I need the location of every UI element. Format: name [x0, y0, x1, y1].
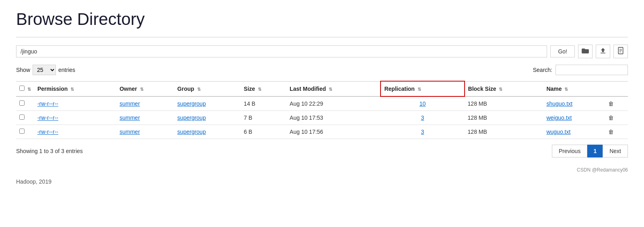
row-last-modified: Aug 10 22:29	[286, 96, 381, 111]
row-checkbox-cell	[16, 111, 34, 125]
directory-table: ⇅ Permission ⇅ Owner ⇅ Group ⇅ Size ⇅ La…	[16, 81, 628, 139]
replication-link[interactable]: 3	[421, 115, 424, 121]
table-row: -rw-r--r-- summer supergroup 6 B Aug 10 …	[16, 125, 628, 139]
row-replication: 3	[381, 125, 464, 139]
row-block-size: 128 MB	[465, 96, 543, 111]
row-delete: 🗑	[605, 96, 628, 111]
table-row: -rw-r--r-- summer supergroup 14 B Aug 10…	[16, 96, 628, 111]
name-link[interactable]: weiguo.txt	[546, 115, 572, 121]
permission-link[interactable]: -rw-r--r--	[37, 100, 58, 107]
search-row: Search:	[533, 65, 628, 75]
row-group: supergroup	[174, 125, 241, 139]
permission-sort-icon[interactable]: ⇅	[70, 87, 74, 92]
previous-button[interactable]: Previous	[552, 145, 587, 157]
row-checkbox-cell	[16, 125, 34, 139]
row-checkbox[interactable]	[19, 129, 25, 134]
col-size: Size ⇅	[241, 81, 286, 96]
svg-rect-0	[601, 53, 605, 53]
row-owner: summer	[116, 125, 174, 139]
select-all-col: ⇅	[16, 81, 34, 96]
row-name: shuguo.txt	[543, 96, 605, 111]
row-size: 14 B	[241, 96, 286, 111]
size-sort-icon[interactable]: ⇅	[258, 87, 261, 92]
row-checkbox-cell	[16, 96, 34, 111]
go-button[interactable]: Go!	[550, 45, 575, 57]
folder-button[interactable]	[578, 45, 593, 58]
col-block-size: Block Size ⇅	[465, 81, 543, 96]
col-replication: Replication ⇅	[381, 81, 464, 96]
delete-icon[interactable]: 🗑	[608, 100, 614, 107]
row-delete: 🗑	[605, 111, 628, 125]
row-owner: summer	[116, 111, 174, 125]
blocksize-sort-icon[interactable]: ⇅	[499, 87, 502, 92]
replication-sort-icon[interactable]: ⇅	[418, 87, 421, 92]
replication-link[interactable]: 3	[421, 129, 424, 135]
col-sort-icon: ⇅	[27, 87, 31, 92]
row-permission: -rw-r--r--	[34, 111, 116, 125]
owner-link[interactable]: summer	[119, 129, 140, 135]
row-replication: 10	[381, 96, 464, 111]
path-input[interactable]	[16, 45, 547, 57]
current-page[interactable]: 1	[587, 145, 603, 157]
owner-sort-icon[interactable]: ⇅	[140, 87, 144, 92]
entries-select[interactable]: 10 25 50 100	[33, 65, 56, 75]
col-group: Group ⇅	[174, 81, 241, 96]
row-permission: -rw-r--r--	[34, 96, 116, 111]
table-header-row: ⇅ Permission ⇅ Owner ⇅ Group ⇅ Size ⇅ La…	[16, 81, 628, 96]
row-checkbox[interactable]	[19, 115, 25, 120]
row-replication: 3	[381, 111, 464, 125]
name-sort-icon[interactable]: ⇅	[564, 87, 568, 92]
name-link[interactable]: wuguo.txt	[546, 129, 570, 135]
search-label: Search:	[533, 67, 552, 73]
row-size: 7 B	[241, 111, 286, 125]
owner-link[interactable]: summer	[119, 100, 140, 107]
permission-link[interactable]: -rw-r--r--	[37, 129, 58, 135]
show-label: Show	[16, 67, 30, 73]
col-name: Name ⇅	[543, 81, 605, 96]
row-block-size: 128 MB	[465, 125, 543, 139]
controls-row: Show 10 25 50 100 entries Search:	[16, 65, 628, 75]
row-group: supergroup	[174, 111, 241, 125]
group-link[interactable]: supergroup	[177, 115, 206, 121]
watermark: CSDN @Redamancy06	[16, 167, 628, 173]
folder-icon	[582, 47, 589, 55]
upload-button[interactable]	[596, 45, 610, 58]
col-owner: Owner ⇅	[116, 81, 174, 96]
row-group: supergroup	[174, 96, 241, 111]
row-name: wuguo.txt	[543, 125, 605, 139]
hadoop-label: Hadoop, 2019	[16, 178, 628, 185]
next-button[interactable]: Next	[603, 145, 628, 157]
row-owner: summer	[116, 96, 174, 111]
row-checkbox[interactable]	[19, 100, 25, 106]
replication-link[interactable]: 10	[420, 100, 426, 107]
group-sort-icon[interactable]: ⇅	[197, 87, 201, 92]
col-last-modified: Last Modified ⇅	[286, 81, 381, 96]
permission-link[interactable]: -rw-r--r--	[37, 115, 58, 121]
row-name: weiguo.txt	[543, 111, 605, 125]
row-delete: 🗑	[605, 125, 628, 139]
row-last-modified: Aug 10 17:53	[286, 111, 381, 125]
row-permission: -rw-r--r--	[34, 125, 116, 139]
select-all-checkbox[interactable]	[19, 86, 25, 91]
doc-icon	[617, 47, 624, 56]
group-link[interactable]: supergroup	[177, 100, 206, 107]
row-last-modified: Aug 10 17:56	[286, 125, 381, 139]
search-input[interactable]	[556, 65, 628, 75]
lastmod-sort-icon[interactable]: ⇅	[329, 87, 332, 92]
table-row: -rw-r--r-- summer supergroup 7 B Aug 10 …	[16, 111, 628, 125]
name-link[interactable]: shuguo.txt	[546, 100, 572, 107]
group-link[interactable]: supergroup	[177, 129, 206, 135]
owner-link[interactable]: summer	[119, 115, 140, 121]
footer-row: Showing 1 to 3 of 3 entries Previous 1 N…	[16, 145, 628, 157]
delete-icon[interactable]: 🗑	[608, 115, 614, 121]
showing-text: Showing 1 to 3 of 3 entries	[16, 148, 83, 154]
upload-icon	[599, 47, 607, 56]
doc-button[interactable]	[613, 45, 628, 58]
delete-icon[interactable]: 🗑	[608, 129, 614, 135]
show-entries: Show 10 25 50 100 entries	[16, 65, 75, 75]
path-bar: Go!	[16, 45, 628, 58]
entries-label: entries	[58, 67, 75, 73]
pagination: Previous 1 Next	[552, 145, 628, 157]
col-actions	[605, 81, 628, 96]
row-size: 6 B	[241, 125, 286, 139]
